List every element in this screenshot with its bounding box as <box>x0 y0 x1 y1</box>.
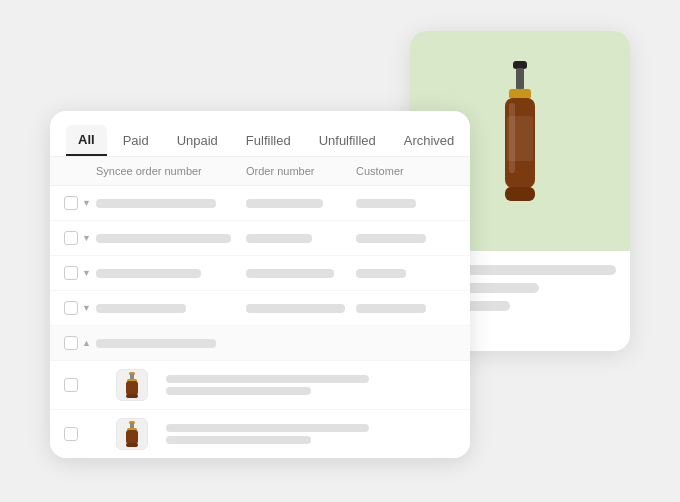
svg-rect-1 <box>516 68 524 90</box>
col-syncee: Syncee order number <box>96 165 246 177</box>
row3-checkbox-wrap: ▼ <box>64 266 96 280</box>
sub2-thumbnail <box>116 418 148 450</box>
row2-checkbox[interactable] <box>64 231 78 245</box>
sub2-bottle-icon <box>118 420 146 448</box>
row5-checkbox[interactable] <box>64 336 78 350</box>
row1-syncee <box>96 199 216 208</box>
row3-order <box>246 269 334 278</box>
sub1-bar1 <box>166 375 369 383</box>
svg-rect-5 <box>507 116 533 161</box>
sub1-checkbox[interactable] <box>64 378 78 392</box>
sub2-bar1 <box>166 424 369 432</box>
sub2-cells <box>156 424 456 444</box>
table-row: ▼ <box>50 291 470 326</box>
tab-unpaid[interactable]: Unpaid <box>165 126 230 155</box>
sub1-checkbox-wrap <box>64 378 116 392</box>
bottle-illustration <box>475 61 565 221</box>
row4-checkbox-wrap: ▼ <box>64 301 96 315</box>
sub2-checkbox[interactable] <box>64 427 78 441</box>
row1-checkbox-wrap: ▼ <box>64 196 96 210</box>
row2-customer <box>356 234 426 243</box>
row2-chevron[interactable]: ▼ <box>82 233 91 243</box>
sub2-bar2 <box>166 436 311 444</box>
row5-syncee <box>96 339 216 348</box>
sub-row <box>50 410 470 458</box>
row2-order <box>246 234 312 243</box>
col-customer: Customer <box>356 165 456 177</box>
row1-customer <box>356 199 416 208</box>
col-order: Order number <box>246 165 356 177</box>
row5-checkbox-wrap: ▲ <box>64 336 96 350</box>
table-row: ▼ <box>50 256 470 291</box>
row3-syncee <box>96 269 201 278</box>
sub1-thumbnail <box>116 369 148 401</box>
scene: All Paid Unpaid Fulfilled Unfulfilled Ar… <box>50 31 630 471</box>
orders-panel: All Paid Unpaid Fulfilled Unfulfilled Ar… <box>50 111 470 458</box>
tab-unfulfilled[interactable]: Unfulfilled <box>307 126 388 155</box>
row4-customer <box>356 304 426 313</box>
tab-all[interactable]: All <box>66 125 107 156</box>
row3-chevron[interactable]: ▼ <box>82 268 91 278</box>
tabs-row: All Paid Unpaid Fulfilled Unfulfilled Ar… <box>50 111 470 157</box>
table-header: Syncee order number Order number Custome… <box>50 157 470 186</box>
row5-chevron[interactable]: ▲ <box>82 338 91 348</box>
sub1-bottle-icon <box>118 371 146 399</box>
tab-fulfilled[interactable]: Fulfilled <box>234 126 303 155</box>
svg-rect-2 <box>509 89 531 99</box>
sub1-bar2 <box>166 387 311 395</box>
sub2-checkbox-wrap <box>64 427 116 441</box>
table-row-expanded: ▲ <box>50 326 470 361</box>
svg-rect-12 <box>126 394 138 398</box>
table-row: ▼ <box>50 186 470 221</box>
row1-chevron[interactable]: ▼ <box>82 198 91 208</box>
row4-order <box>246 304 345 313</box>
svg-rect-17 <box>126 443 138 447</box>
row3-checkbox[interactable] <box>64 266 78 280</box>
svg-rect-16 <box>126 430 138 444</box>
row1-order <box>246 199 323 208</box>
row3-customer <box>356 269 406 278</box>
row4-chevron[interactable]: ▼ <box>82 303 91 313</box>
row2-checkbox-wrap: ▼ <box>64 231 96 245</box>
svg-rect-6 <box>505 187 535 201</box>
tab-archived[interactable]: Archived <box>392 126 467 155</box>
sub-row <box>50 361 470 410</box>
row4-syncee <box>96 304 186 313</box>
svg-rect-11 <box>126 381 138 395</box>
tab-paid[interactable]: Paid <box>111 126 161 155</box>
row2-syncee <box>96 234 231 243</box>
table-row: ▼ <box>50 221 470 256</box>
sub1-cells <box>156 375 456 395</box>
row1-checkbox[interactable] <box>64 196 78 210</box>
row4-checkbox[interactable] <box>64 301 78 315</box>
